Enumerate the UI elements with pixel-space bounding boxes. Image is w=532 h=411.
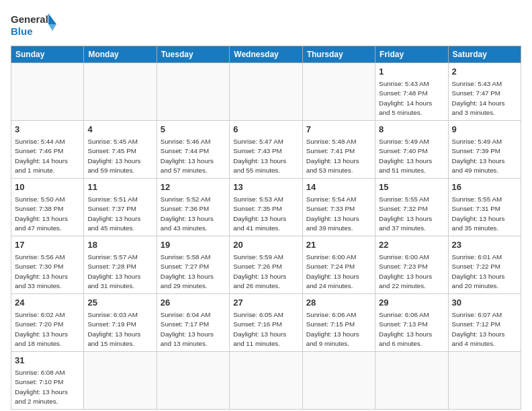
- calendar-week-6: 31Sunrise: 6:08 AMSunset: 7:10 PMDayligh…: [11, 352, 521, 410]
- calendar-week-2: 3Sunrise: 5:44 AMSunset: 7:46 PMDaylight…: [11, 121, 521, 179]
- calendar-cell: [230, 352, 302, 410]
- day-info: Sunrise: 6:01 AMSunset: 7:22 PMDaylight:…: [452, 253, 517, 291]
- logo-svg: GeneralBlue: [11, 11, 58, 40]
- calendar-cell: [84, 352, 157, 410]
- weekday-header-thursday: Thursday: [302, 46, 375, 63]
- calendar-cell: 13Sunrise: 5:53 AMSunset: 7:35 PMDayligh…: [230, 179, 302, 236]
- calendar-cell: 28Sunrise: 6:06 AMSunset: 7:15 PMDayligh…: [302, 294, 375, 352]
- day-info: Sunrise: 6:08 AMSunset: 7:10 PMDaylight:…: [15, 368, 80, 406]
- calendar-cell: 24Sunrise: 6:02 AMSunset: 7:20 PMDayligh…: [11, 294, 84, 352]
- calendar-cell: 1Sunrise: 5:43 AMSunset: 7:48 PMDaylight…: [375, 63, 448, 121]
- day-info: Sunrise: 5:50 AMSunset: 7:38 PMDaylight:…: [15, 195, 80, 233]
- calendar-cell: 2Sunrise: 5:43 AMSunset: 7:47 PMDaylight…: [448, 63, 521, 121]
- calendar-week-1: 1Sunrise: 5:43 AMSunset: 7:48 PMDaylight…: [11, 63, 521, 121]
- svg-marker-3: [48, 24, 56, 31]
- day-number: 9: [452, 124, 517, 136]
- day-number: 18: [87, 239, 152, 251]
- day-number: 31: [15, 355, 80, 367]
- calendar-cell: 6Sunrise: 5:47 AMSunset: 7:43 PMDaylight…: [230, 121, 302, 179]
- day-info: Sunrise: 5:58 AMSunset: 7:27 PMDaylight:…: [161, 253, 226, 291]
- day-info: Sunrise: 5:48 AMSunset: 7:41 PMDaylight:…: [306, 137, 371, 175]
- day-info: Sunrise: 5:55 AMSunset: 7:32 PMDaylight:…: [379, 195, 444, 233]
- calendar-cell: 10Sunrise: 5:50 AMSunset: 7:38 PMDayligh…: [11, 179, 84, 236]
- weekday-header-tuesday: Tuesday: [157, 46, 229, 63]
- day-info: Sunrise: 5:57 AMSunset: 7:28 PMDaylight:…: [87, 253, 152, 291]
- day-number: 1: [379, 66, 444, 78]
- calendar-cell: 7Sunrise: 5:48 AMSunset: 7:41 PMDaylight…: [302, 121, 375, 179]
- day-info: Sunrise: 6:02 AMSunset: 7:20 PMDaylight:…: [15, 310, 80, 349]
- calendar-cell: 17Sunrise: 5:56 AMSunset: 7:30 PMDayligh…: [11, 236, 84, 294]
- calendar-cell: 22Sunrise: 6:00 AMSunset: 7:23 PMDayligh…: [375, 236, 448, 294]
- day-info: Sunrise: 5:51 AMSunset: 7:37 PMDaylight:…: [87, 195, 152, 233]
- day-number: 2: [452, 66, 517, 78]
- calendar-cell: 4Sunrise: 5:45 AMSunset: 7:45 PMDaylight…: [84, 121, 157, 179]
- page-header: GeneralBlue: [11, 11, 521, 40]
- calendar-cell: [157, 63, 229, 121]
- day-number: 24: [15, 297, 80, 309]
- calendar-cell: 14Sunrise: 5:54 AMSunset: 7:33 PMDayligh…: [302, 179, 375, 236]
- day-number: 26: [161, 297, 226, 309]
- day-info: Sunrise: 5:46 AMSunset: 7:44 PMDaylight:…: [161, 137, 226, 175]
- calendar-cell: 12Sunrise: 5:52 AMSunset: 7:36 PMDayligh…: [157, 179, 229, 236]
- svg-marker-2: [48, 13, 56, 24]
- day-info: Sunrise: 5:54 AMSunset: 7:33 PMDaylight:…: [306, 195, 371, 233]
- day-number: 27: [233, 297, 298, 309]
- weekday-header-saturday: Saturday: [448, 46, 521, 63]
- calendar-cell: 15Sunrise: 5:55 AMSunset: 7:32 PMDayligh…: [375, 179, 448, 236]
- day-number: 6: [233, 124, 298, 136]
- calendar-cell: 5Sunrise: 5:46 AMSunset: 7:44 PMDaylight…: [157, 121, 229, 179]
- day-info: Sunrise: 5:52 AMSunset: 7:36 PMDaylight:…: [161, 195, 226, 233]
- day-info: Sunrise: 5:49 AMSunset: 7:39 PMDaylight:…: [452, 137, 517, 175]
- day-number: 19: [161, 239, 226, 251]
- day-info: Sunrise: 6:00 AMSunset: 7:24 PMDaylight:…: [306, 253, 371, 291]
- day-info: Sunrise: 6:06 AMSunset: 7:15 PMDaylight:…: [306, 310, 371, 349]
- day-info: Sunrise: 5:53 AMSunset: 7:35 PMDaylight:…: [233, 195, 298, 233]
- calendar-week-5: 24Sunrise: 6:02 AMSunset: 7:20 PMDayligh…: [11, 294, 521, 352]
- day-number: 14: [306, 181, 371, 193]
- day-number: 20: [233, 239, 298, 251]
- weekday-header-sunday: Sunday: [11, 46, 84, 63]
- logo: GeneralBlue: [11, 11, 58, 40]
- day-info: Sunrise: 5:56 AMSunset: 7:30 PMDaylight:…: [15, 253, 80, 291]
- day-number: 8: [379, 124, 444, 136]
- day-number: 30: [452, 297, 517, 309]
- day-info: Sunrise: 5:49 AMSunset: 7:40 PMDaylight:…: [379, 137, 444, 175]
- calendar-week-3: 10Sunrise: 5:50 AMSunset: 7:38 PMDayligh…: [11, 179, 521, 236]
- day-number: 15: [379, 181, 444, 193]
- calendar-cell: 9Sunrise: 5:49 AMSunset: 7:39 PMDaylight…: [448, 121, 521, 179]
- day-info: Sunrise: 6:07 AMSunset: 7:12 PMDaylight:…: [452, 310, 517, 349]
- calendar-cell: 16Sunrise: 5:55 AMSunset: 7:31 PMDayligh…: [448, 179, 521, 236]
- calendar-cell: [302, 352, 375, 410]
- day-number: 5: [161, 124, 226, 136]
- weekday-header-row: SundayMondayTuesdayWednesdayThursdayFrid…: [11, 46, 521, 63]
- calendar-cell: 20Sunrise: 5:59 AMSunset: 7:26 PMDayligh…: [230, 236, 302, 294]
- day-number: 7: [306, 124, 371, 136]
- day-number: 16: [452, 181, 517, 193]
- calendar-cell: 26Sunrise: 6:04 AMSunset: 7:17 PMDayligh…: [157, 294, 229, 352]
- calendar-cell: 27Sunrise: 6:05 AMSunset: 7:16 PMDayligh…: [230, 294, 302, 352]
- day-info: Sunrise: 5:55 AMSunset: 7:31 PMDaylight:…: [452, 195, 517, 233]
- calendar-cell: [230, 63, 302, 121]
- calendar-cell: 11Sunrise: 5:51 AMSunset: 7:37 PMDayligh…: [84, 179, 157, 236]
- day-number: 12: [161, 181, 226, 193]
- day-number: 29: [379, 297, 444, 309]
- day-number: 11: [87, 181, 152, 193]
- day-info: Sunrise: 6:04 AMSunset: 7:17 PMDaylight:…: [161, 310, 226, 349]
- calendar-cell: 30Sunrise: 6:07 AMSunset: 7:12 PMDayligh…: [448, 294, 521, 352]
- weekday-header-monday: Monday: [84, 46, 157, 63]
- day-number: 4: [87, 124, 152, 136]
- day-info: Sunrise: 5:43 AMSunset: 7:47 PMDaylight:…: [452, 79, 517, 118]
- calendar-cell: 8Sunrise: 5:49 AMSunset: 7:40 PMDaylight…: [375, 121, 448, 179]
- day-number: 13: [233, 181, 298, 193]
- calendar-cell: 29Sunrise: 6:06 AMSunset: 7:13 PMDayligh…: [375, 294, 448, 352]
- calendar-cell: 25Sunrise: 6:03 AMSunset: 7:19 PMDayligh…: [84, 294, 157, 352]
- day-info: Sunrise: 6:05 AMSunset: 7:16 PMDaylight:…: [233, 310, 298, 349]
- day-number: 17: [15, 239, 80, 251]
- calendar-cell: 19Sunrise: 5:58 AMSunset: 7:27 PMDayligh…: [157, 236, 229, 294]
- calendar-cell: [84, 63, 157, 121]
- day-number: 23: [452, 239, 517, 251]
- calendar-cell: 18Sunrise: 5:57 AMSunset: 7:28 PMDayligh…: [84, 236, 157, 294]
- weekday-header-wednesday: Wednesday: [230, 46, 302, 63]
- day-info: Sunrise: 5:47 AMSunset: 7:43 PMDaylight:…: [233, 137, 298, 175]
- calendar-cell: 21Sunrise: 6:00 AMSunset: 7:24 PMDayligh…: [302, 236, 375, 294]
